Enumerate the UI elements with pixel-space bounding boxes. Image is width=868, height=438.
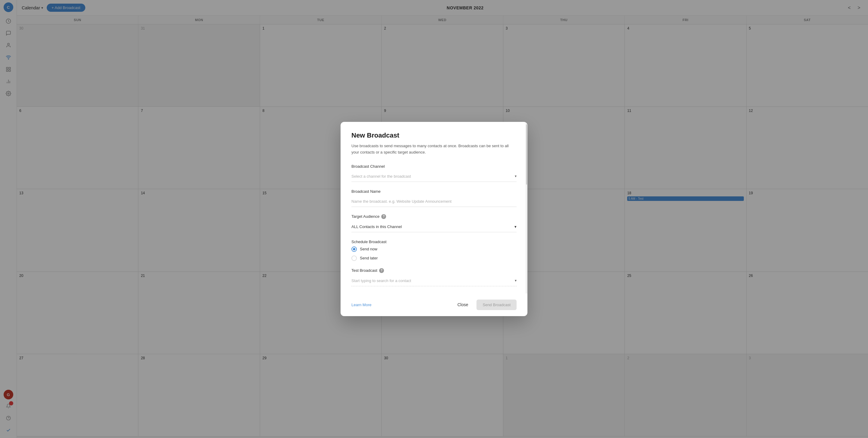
broadcast-name-input[interactable] <box>351 196 434 207</box>
broadcast-channel-section: Broadcast Channel Select a channel for t… <box>351 164 434 182</box>
modal-description: Use broadcasts to send messages to many … <box>351 143 434 156</box>
broadcast-channel-placeholder: Select a channel for the broadcast <box>351 174 411 179</box>
modal-title: New Broadcast <box>351 132 434 139</box>
broadcast-name-section: Broadcast Name <box>351 189 434 207</box>
target-audience-help-icon[interactable]: ? <box>381 214 386 219</box>
target-audience-label: Target Audience ? <box>351 214 434 219</box>
broadcast-name-label: Broadcast Name <box>351 189 434 194</box>
broadcast-channel-select[interactable]: Select a channel for the broadcast ▾ <box>351 171 434 182</box>
target-audience-section: Target Audience ? ALL Contacts in this C… <box>351 214 434 219</box>
modal-overlay[interactable]: New Broadcast Use broadcasts to send mes… <box>0 0 434 219</box>
new-broadcast-modal: New Broadcast Use broadcasts to send mes… <box>341 122 434 219</box>
broadcast-channel-label: Broadcast Channel <box>351 164 434 169</box>
modal-body: New Broadcast Use broadcasts to send mes… <box>341 122 434 219</box>
